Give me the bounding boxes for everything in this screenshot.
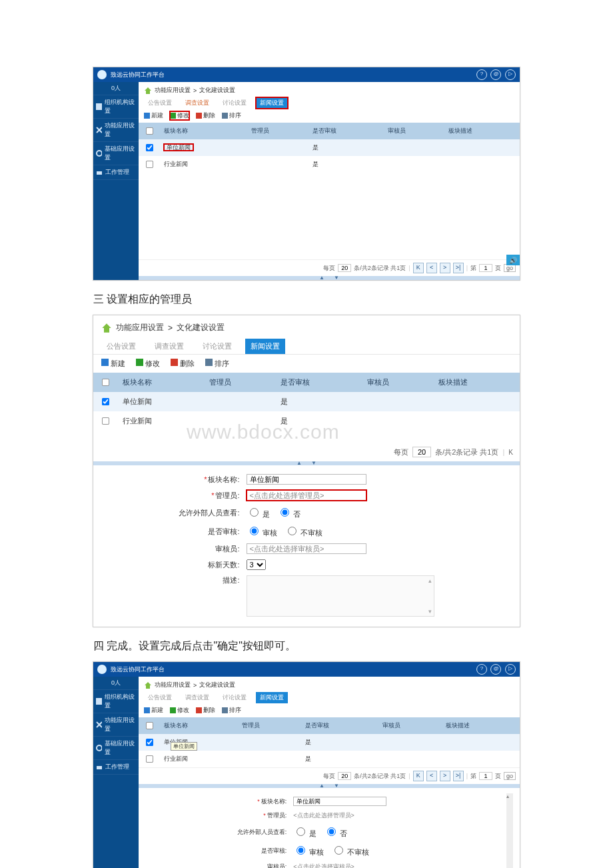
scroll-down-icon[interactable]: ▾ bbox=[428, 608, 432, 615]
mgr-input[interactable] bbox=[247, 490, 366, 501]
out-yes-option[interactable]: 是 bbox=[247, 510, 270, 518]
row-check[interactable] bbox=[146, 161, 153, 168]
delete-button[interactable]: 删除 bbox=[171, 359, 195, 369]
edit-button[interactable]: 修改 bbox=[170, 111, 189, 120]
table-row[interactable]: 行业新闻 是 bbox=[93, 411, 520, 431]
pager-prev-button[interactable]: < bbox=[426, 771, 437, 781]
sound-icon[interactable]: 🔊 bbox=[506, 255, 520, 265]
scroll-up-icon[interactable]: ▴ bbox=[428, 577, 432, 584]
row-check[interactable] bbox=[146, 144, 153, 151]
crumb-a[interactable]: 功能应用设置 bbox=[155, 86, 191, 95]
table-row[interactable]: 单位新闻 是 bbox=[93, 392, 520, 411]
name-input[interactable] bbox=[293, 797, 386, 806]
drag-down-icon[interactable]: ▼ bbox=[334, 784, 339, 788]
audit-yes-option[interactable]: 审核 bbox=[247, 529, 277, 537]
crumb-b[interactable]: 文化建设设置 bbox=[199, 681, 235, 689]
help-icon[interactable]: ? bbox=[476, 69, 487, 80]
sidebar-item-base[interactable]: 基础应用设置 bbox=[93, 736, 139, 759]
out-no-option[interactable]: 否 bbox=[324, 829, 347, 837]
help-icon[interactable]: ? bbox=[476, 664, 487, 675]
pager-prev-button[interactable]: < bbox=[426, 263, 437, 273]
col-check[interactable] bbox=[139, 717, 160, 734]
name-input[interactable] bbox=[247, 474, 366, 485]
delete-button[interactable]: 删除 bbox=[196, 706, 215, 715]
page-size-input[interactable] bbox=[338, 264, 351, 272]
drag-down-icon[interactable]: ▼ bbox=[311, 461, 316, 465]
pager-first-button[interactable]: K bbox=[413, 771, 424, 781]
table-row[interactable]: 行业新闻 是 bbox=[139, 156, 520, 173]
pager-first-button[interactable]: K bbox=[413, 263, 424, 273]
sidebar-item-work[interactable]: 工作管理 bbox=[93, 759, 139, 775]
tab-survey[interactable]: 调查设置 bbox=[181, 97, 213, 109]
mgr-input[interactable]: <点击此处选择管理员> bbox=[293, 812, 354, 819]
table-row[interactable]: 单位新闻 单位新闻 是 bbox=[139, 734, 520, 751]
row-check[interactable] bbox=[146, 755, 153, 763]
pager-next-button[interactable]: > bbox=[440, 771, 450, 781]
auditor-input[interactable]: <点击此处选择审核员> bbox=[293, 863, 354, 868]
crumb-b[interactable]: 文化建设设置 bbox=[177, 322, 225, 333]
row-check[interactable] bbox=[102, 398, 109, 405]
sidebar-item-org[interactable]: 组织机构设置 bbox=[93, 95, 139, 118]
drag-up-icon[interactable]: ▲ bbox=[319, 276, 324, 280]
pager-go-button[interactable]: go bbox=[504, 772, 516, 780]
row-check[interactable] bbox=[146, 739, 153, 746]
tab-news[interactable]: 新闻设置 bbox=[256, 692, 288, 703]
days-select[interactable]: 3 bbox=[247, 559, 266, 570]
sort-button[interactable]: 排序 bbox=[205, 359, 229, 369]
edit-button[interactable]: 修改 bbox=[136, 359, 160, 369]
sidebar-item-func[interactable]: 功能应用设置 bbox=[93, 118, 139, 141]
table-row[interactable]: 单位新闻 是 bbox=[139, 139, 520, 156]
drag-up-icon[interactable]: ▲ bbox=[297, 461, 302, 465]
edit-button[interactable]: 修改 bbox=[170, 706, 189, 715]
row-check[interactable] bbox=[102, 417, 109, 425]
pager-last-button[interactable]: >| bbox=[453, 263, 464, 273]
pager-next-button[interactable]: > bbox=[440, 263, 450, 273]
new-button[interactable]: 新建 bbox=[144, 706, 163, 715]
tab-announce[interactable]: 公告设置 bbox=[144, 97, 176, 109]
sidebar-item-func[interactable]: 功能应用设置 bbox=[93, 713, 139, 736]
desc-textarea[interactable]: ▴▾ bbox=[247, 575, 434, 617]
crumb-a[interactable]: 功能应用设置 bbox=[116, 322, 164, 333]
audit-no-option[interactable]: 不审核 bbox=[285, 529, 322, 537]
audit-yes-option[interactable]: 审核 bbox=[293, 848, 324, 856]
sort-button[interactable]: 排序 bbox=[222, 111, 241, 120]
drag-down-icon[interactable]: ▼ bbox=[334, 276, 339, 280]
exit-icon[interactable]: ▷ bbox=[505, 69, 516, 80]
pager-last-button[interactable]: >| bbox=[453, 771, 464, 781]
tab-discuss[interactable]: 讨论设置 bbox=[219, 97, 251, 109]
tab-discuss[interactable]: 讨论设置 bbox=[219, 692, 251, 703]
table-row[interactable]: 行业新闻 是 bbox=[139, 751, 520, 767]
tab-news[interactable]: 新闻设置 bbox=[245, 339, 285, 354]
crumb-a[interactable]: 功能应用设置 bbox=[155, 681, 191, 689]
tab-survey[interactable]: 调查设置 bbox=[149, 339, 189, 354]
tab-news[interactable]: 新闻设置 bbox=[256, 97, 288, 109]
audit-no-option[interactable]: 不审核 bbox=[331, 848, 369, 856]
sidebar-item-work[interactable]: 工作管理 bbox=[93, 165, 139, 180]
page-number-input[interactable] bbox=[479, 264, 492, 272]
tab-announce[interactable]: 公告设置 bbox=[101, 339, 141, 354]
new-button[interactable]: 新建 bbox=[101, 359, 125, 369]
exit-icon[interactable]: ▷ bbox=[505, 664, 516, 675]
crumb-b[interactable]: 文化建设设置 bbox=[199, 86, 235, 95]
drag-up-icon[interactable]: ▲ bbox=[319, 784, 324, 788]
tab-discuss[interactable]: 讨论设置 bbox=[197, 339, 237, 354]
out-no-option[interactable]: 否 bbox=[277, 510, 301, 518]
sidebar-item-org[interactable]: 组织机构设置 bbox=[93, 689, 139, 713]
at-icon[interactable]: @ bbox=[490, 664, 501, 675]
page-size-input[interactable] bbox=[412, 447, 431, 457]
page-size-input[interactable] bbox=[338, 772, 351, 780]
delete-button[interactable]: 删除 bbox=[196, 111, 215, 120]
sort-button[interactable]: 排序 bbox=[222, 706, 241, 715]
col-check[interactable] bbox=[139, 123, 160, 139]
tab-announce[interactable]: 公告设置 bbox=[144, 692, 176, 703]
out-yes-option[interactable]: 是 bbox=[293, 829, 316, 837]
tab-survey[interactable]: 调查设置 bbox=[181, 692, 213, 703]
scroll-up-icon[interactable]: ▴ bbox=[506, 793, 509, 799]
new-button[interactable]: 新建 bbox=[144, 111, 163, 120]
auditor-input[interactable] bbox=[247, 543, 366, 554]
sidebar-item-base[interactable]: 基础应用设置 bbox=[93, 141, 139, 165]
pager-first-button[interactable]: K bbox=[508, 449, 513, 456]
page-number-input[interactable] bbox=[479, 772, 492, 780]
col-check[interactable] bbox=[93, 373, 117, 392]
at-icon[interactable]: @ bbox=[490, 69, 501, 80]
